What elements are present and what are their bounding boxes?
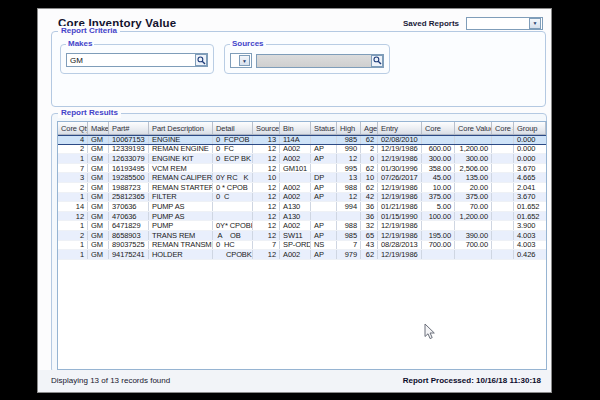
table-cell: 2 (361, 145, 378, 154)
table-cell: 89037525 (109, 241, 149, 250)
table-cell: 13 (337, 173, 361, 182)
table-row[interactable]: 12GM470636PUMP AS12A1303601/15/1990100.0… (58, 212, 546, 222)
makes-value: GM (67, 56, 195, 65)
table-row[interactable]: 7GM16193495VCM REM12GM1019956201/30/1996… (58, 164, 546, 174)
table-cell: 370636 (109, 202, 149, 211)
table-row[interactable]: 2GM1988723REMAN STARTER0 * CPOB12A002AP9… (58, 183, 546, 193)
table-cell: 6471829 (109, 221, 149, 230)
table-cell: 1988723 (109, 183, 149, 192)
table-row[interactable]: 1GM12633079ENGINE KIT0 ECP BK12A002AP120… (58, 154, 546, 164)
column-header[interactable]: Entry (378, 122, 422, 134)
table-cell: GM (88, 202, 109, 211)
table-row[interactable]: 4GM10067153ENGINE0 FCPOB13114A9856202/08… (58, 135, 546, 145)
table-row[interactable]: 2GM12339193REMAN ENGINE0 FC12A002AP99021… (58, 145, 546, 155)
column-header[interactable]: Detail (213, 122, 253, 134)
table-cell (492, 241, 514, 250)
sources-label: Sources (230, 39, 266, 49)
table-cell: NS (311, 241, 337, 250)
makes-input[interactable]: GM (66, 53, 208, 67)
status-bar: Displaying 13 of 13 records found Report… (38, 370, 551, 392)
table-cell: VCM REM (149, 164, 213, 173)
table-row[interactable]: 1GM25812365FILTER0 C12A002AP124212/19/19… (58, 193, 546, 203)
column-header[interactable]: Make (88, 122, 109, 134)
table-cell: 10.00 (422, 183, 455, 192)
mouse-cursor-icon (424, 323, 436, 341)
table-cell (492, 250, 514, 259)
table-row[interactable]: 1GM94175241HOLDER CPOBK12A002AP9796212/1… (58, 250, 546, 260)
report-results-panel: Report Results Core QtyMakePart#Part Des… (51, 113, 547, 373)
table-row[interactable]: 1GM89037525REMAN TRANSMISSION0 HC7SP-ORD… (58, 241, 546, 251)
table-cell: 3.670 (514, 193, 546, 202)
chevron-down-icon[interactable]: ▼ (239, 55, 250, 66)
table-cell: 2 (58, 145, 88, 154)
column-header[interactable]: Core (422, 122, 455, 134)
table-row[interactable]: 3GM19285500REMAN CALIPER0Y RC K10DP13100… (58, 173, 546, 183)
sources-search-button[interactable] (371, 55, 383, 67)
table-cell: GM (88, 164, 109, 173)
column-header[interactable]: High (337, 122, 361, 134)
column-header[interactable]: Core # (492, 122, 514, 134)
column-header[interactable]: Core Qty (58, 122, 88, 134)
table-cell: 62 (361, 136, 378, 144)
table-cell: 7 (253, 241, 280, 250)
table-cell: 0 C (213, 193, 253, 202)
makes-search-button[interactable] (195, 54, 207, 66)
report-processed-timestamp: Report Processed: 10/16/18 11:30:18 (403, 376, 541, 385)
table-cell: 985 (337, 136, 361, 144)
table-cell (492, 164, 514, 173)
table-cell (213, 202, 253, 211)
table-cell: A002 (280, 154, 311, 163)
table-cell: 14 (58, 202, 88, 211)
table-cell: 45.00 (422, 173, 455, 182)
table-cell: 4.665 (514, 173, 546, 182)
table-cell: 0.000 (514, 154, 546, 163)
table-cell: GM (88, 136, 109, 144)
table-cell: A002 (280, 221, 311, 230)
table-cell: DP (311, 173, 337, 182)
table-cell: FILTER (149, 193, 213, 202)
chevron-down-icon[interactable]: ▼ (529, 18, 541, 29)
table-cell: GM (88, 173, 109, 182)
table-cell: 0 ECP BK (213, 154, 253, 163)
table-cell: 0 HC (213, 241, 253, 250)
table-cell: 12 (253, 212, 280, 221)
table-cell: 0Y* CPOBK (213, 221, 253, 230)
table-cell: 12339193 (109, 145, 149, 154)
column-header[interactable]: Group (514, 122, 546, 134)
table-cell (492, 136, 514, 144)
table-cell: 08/28/2013 (378, 241, 422, 250)
table-cell (492, 212, 514, 221)
column-header[interactable]: Core Value (455, 122, 492, 134)
column-header[interactable]: Source (253, 122, 280, 134)
results-table[interactable]: Core QtyMakePart#Part DescriptionDetailS… (57, 121, 547, 370)
table-cell: 8658903 (109, 231, 149, 240)
table-cell (492, 145, 514, 154)
table-cell: 42 (361, 193, 378, 202)
column-header[interactable]: Age (361, 122, 378, 134)
column-header[interactable]: Part Description (149, 122, 213, 134)
table-cell: 12/19/1986 (378, 145, 422, 154)
table-cell: 0.426 (514, 250, 546, 259)
table-cell: 36 (361, 212, 378, 221)
saved-reports-dropdown[interactable]: ▼ (466, 17, 543, 30)
column-header[interactable]: Status (311, 122, 337, 134)
table-cell (311, 212, 337, 221)
table-cell: 979 (337, 250, 361, 259)
report-results-label: Report Results (58, 108, 121, 118)
table-header-row: Core QtyMakePart#Part DescriptionDetailS… (58, 122, 546, 135)
table-cell: 65 (361, 231, 378, 240)
table-row[interactable]: 1GM6471829PUMP0Y* CPOBK12A002AP9883212/1… (58, 221, 546, 231)
table-row[interactable]: 14GM370636PUMP AS12A1309943601/21/19865.… (58, 202, 546, 212)
column-header[interactable]: Bin (280, 122, 311, 134)
table-cell: 0.000 (514, 136, 546, 144)
table-cell: 7 (337, 241, 361, 250)
column-header[interactable]: Part# (109, 122, 149, 134)
table-row[interactable]: 2GM8658903TRANS REM A OB12SW11AP9856512/… (58, 231, 546, 241)
table-cell: REMAN CALIPER (149, 173, 213, 182)
table-cell (492, 231, 514, 240)
sources-dropdown-button[interactable]: ▼ (230, 53, 252, 68)
table-cell: REMAN STARTER (149, 183, 213, 192)
table-cell: 0 * CPOB (213, 183, 253, 192)
table-cell: 3.670 (514, 164, 546, 173)
table-cell: 62 (361, 183, 378, 192)
